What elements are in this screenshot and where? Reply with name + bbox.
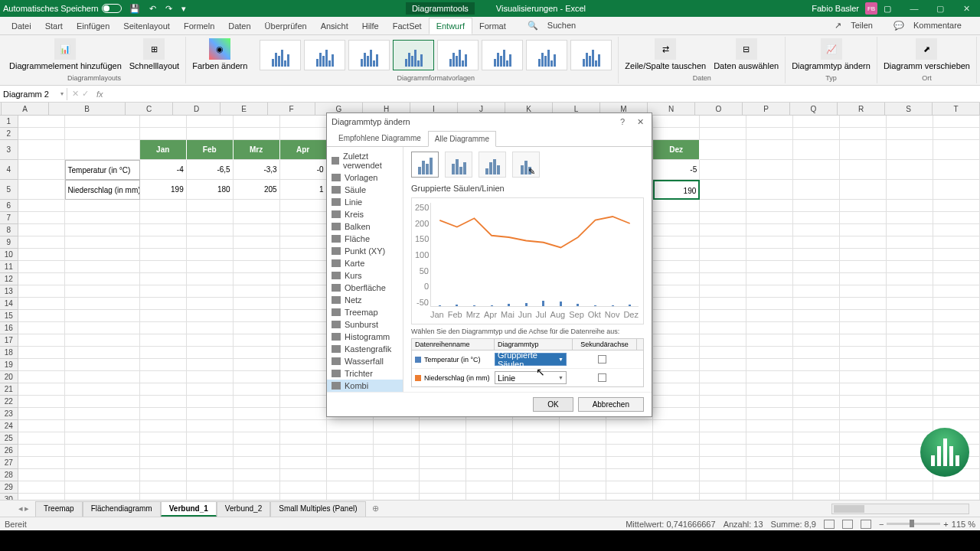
cell[interactable] [234, 494, 280, 500]
cell[interactable] [840, 128, 887, 140]
cell[interactable] [234, 236, 280, 249]
sheet-tab-flächendiagramm[interactable]: Flächendiagramm [83, 501, 161, 517]
cell[interactable] [840, 236, 887, 249]
cell[interactable] [793, 432, 840, 445]
cell[interactable] [420, 420, 466, 432]
cell[interactable] [746, 212, 793, 224]
cell[interactable] [187, 408, 234, 420]
cell[interactable] [933, 128, 980, 140]
row-header-14[interactable]: 14 [0, 298, 18, 310]
cell[interactable] [374, 469, 420, 481]
col-header-F[interactable]: F [268, 103, 315, 116]
col-header-E[interactable]: E [220, 103, 268, 116]
user-name[interactable]: Fabio Basler [812, 4, 859, 13]
dialog-titlebar[interactable]: Diagrammtyp ändern ? ✕ [327, 113, 652, 130]
tab-file[interactable]: Datei [5, 18, 38, 34]
row-header-9[interactable]: 9 [0, 236, 18, 249]
cell[interactable] [840, 420, 887, 432]
secondary-axis-checkbox-1[interactable] [598, 355, 606, 364]
cell[interactable] [187, 457, 234, 469]
cell[interactable]: 180 [187, 180, 234, 200]
cell[interactable] [606, 469, 653, 481]
cell[interactable] [234, 200, 280, 212]
chart-style-6[interactable] [482, 40, 523, 70]
cell[interactable] [187, 347, 234, 359]
add-sheet-button[interactable]: ⊕ [366, 501, 385, 516]
cell[interactable] [653, 334, 700, 347]
cell[interactable] [887, 140, 933, 160]
chart-cat-treemap[interactable]: Treemap [327, 306, 403, 318]
cell[interactable] [140, 445, 187, 457]
cell[interactable] [234, 359, 280, 371]
zoom-in-icon[interactable]: + [943, 520, 948, 529]
cell[interactable] [234, 445, 280, 457]
col-header-A[interactable]: A [2, 103, 49, 116]
horizontal-scrollbar[interactable] [831, 504, 969, 514]
chart-cat-vorlagen[interactable]: Vorlagen [327, 171, 403, 184]
cell[interactable] [374, 457, 420, 469]
name-box[interactable]: Diagramm 2▾ [0, 88, 67, 100]
tab-pagelayout[interactable]: Seitenlayout [116, 18, 177, 34]
cell[interactable] [793, 128, 840, 140]
cell[interactable] [887, 494, 933, 500]
row-header-7[interactable]: 7 [0, 212, 18, 224]
cell[interactable] [65, 285, 140, 298]
cell[interactable] [746, 224, 793, 236]
cell[interactable] [653, 371, 700, 383]
cell[interactable] [653, 347, 700, 359]
cell[interactable] [234, 212, 280, 224]
cell[interactable] [18, 200, 65, 212]
chart-cat-kastengrafik[interactable]: Kastengrafik [327, 343, 403, 355]
cell[interactable] [840, 481, 887, 494]
row-header-4[interactable]: 4 [0, 160, 18, 180]
cell[interactable] [234, 383, 280, 396]
cell[interactable] [140, 249, 187, 261]
cell[interactable] [65, 469, 140, 481]
cell[interactable] [700, 347, 746, 359]
cell[interactable] [234, 371, 280, 383]
cell[interactable] [280, 273, 327, 285]
col-header-P[interactable]: P [743, 103, 790, 116]
cell[interactable] [187, 212, 234, 224]
chart-cat-karte[interactable]: Karte [327, 257, 403, 269]
cell[interactable] [140, 494, 187, 500]
cell[interactable] [746, 160, 793, 180]
cell[interactable] [280, 359, 327, 371]
cell[interactable] [793, 212, 840, 224]
cell[interactable] [606, 420, 653, 432]
cell[interactable] [18, 273, 65, 285]
cell[interactable] [746, 128, 793, 140]
cell[interactable] [887, 420, 933, 432]
cell[interactable] [280, 310, 327, 322]
cell[interactable] [65, 432, 140, 445]
cell[interactable] [933, 396, 980, 408]
cell[interactable] [18, 261, 65, 273]
cell[interactable] [65, 310, 140, 322]
cell[interactable] [746, 298, 793, 310]
cell[interactable] [18, 371, 65, 383]
cell[interactable] [746, 347, 793, 359]
cell[interactable] [746, 481, 793, 494]
cell[interactable] [840, 310, 887, 322]
cell[interactable]: 1 [280, 180, 327, 200]
cell[interactable] [513, 469, 560, 481]
cell[interactable] [560, 432, 606, 445]
cell[interactable] [65, 445, 140, 457]
cell[interactable] [840, 273, 887, 285]
cell[interactable] [18, 396, 65, 408]
cell[interactable] [140, 347, 187, 359]
row-header-15[interactable]: 15 [0, 310, 18, 322]
cell[interactable] [840, 212, 887, 224]
cell[interactable] [140, 383, 187, 396]
tab-factset[interactable]: FactSet [386, 18, 429, 34]
cell[interactable] [18, 359, 65, 371]
cell[interactable]: Feb [187, 140, 234, 160]
cell[interactable] [280, 212, 327, 224]
chart-cat-oberflche[interactable]: Oberfläche [327, 282, 403, 294]
cell[interactable] [793, 494, 840, 500]
cell[interactable] [793, 180, 840, 200]
cell[interactable] [513, 420, 560, 432]
cell[interactable] [234, 347, 280, 359]
cell[interactable] [653, 481, 700, 494]
secondary-axis-checkbox-2[interactable] [598, 373, 606, 382]
